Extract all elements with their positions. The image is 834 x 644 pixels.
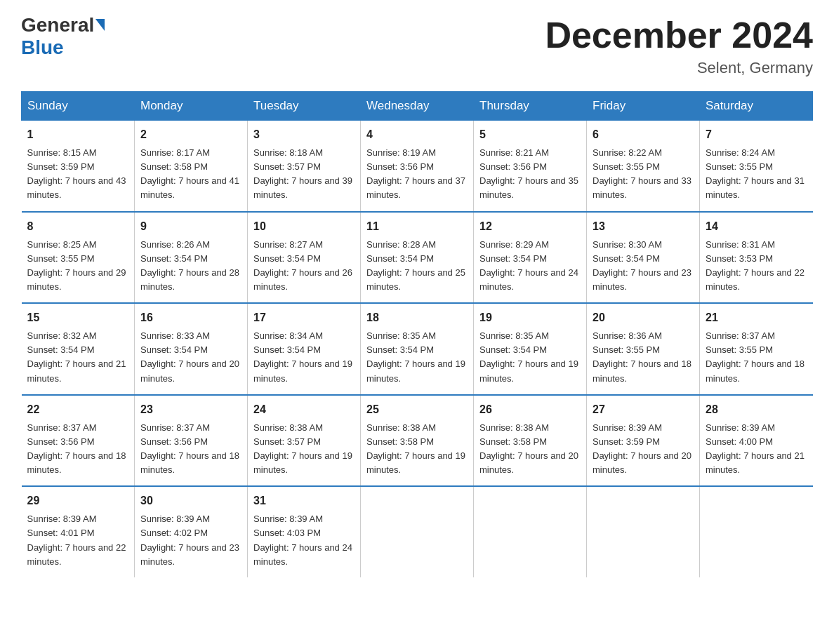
- calendar-cell: 30Sunrise: 8:39 AMSunset: 4:02 PMDayligh…: [135, 486, 248, 577]
- calendar-cell: 7Sunrise: 8:24 AMSunset: 3:55 PMDaylight…: [700, 121, 813, 212]
- day-info: Sunrise: 8:37 AMSunset: 3:56 PMDaylight:…: [27, 422, 126, 475]
- calendar-cell: 15Sunrise: 8:32 AMSunset: 3:54 PMDayligh…: [22, 303, 135, 395]
- calendar-cell: 14Sunrise: 8:31 AMSunset: 3:53 PMDayligh…: [700, 212, 813, 304]
- day-number: 9: [140, 218, 241, 235]
- weekday-header-thursday: Thursday: [474, 92, 587, 121]
- day-info: Sunrise: 8:38 AMSunset: 3:58 PMDaylight:…: [479, 422, 578, 475]
- weekday-header-sunday: Sunday: [22, 92, 135, 121]
- calendar-week-row: 22Sunrise: 8:37 AMSunset: 3:56 PMDayligh…: [22, 395, 813, 487]
- day-info: Sunrise: 8:22 AMSunset: 3:55 PMDaylight:…: [593, 147, 691, 200]
- day-info: Sunrise: 8:38 AMSunset: 3:57 PMDaylight:…: [253, 422, 352, 475]
- calendar-cell: 31Sunrise: 8:39 AMSunset: 4:03 PMDayligh…: [248, 486, 361, 577]
- weekday-header-tuesday: Tuesday: [248, 92, 361, 121]
- calendar-cell: 4Sunrise: 8:19 AMSunset: 3:56 PMDaylight…: [361, 121, 474, 212]
- day-info: Sunrise: 8:32 AMSunset: 3:54 PMDaylight:…: [27, 330, 126, 383]
- weekday-header-saturday: Saturday: [700, 92, 813, 121]
- calendar-cell: 22Sunrise: 8:37 AMSunset: 3:56 PMDayligh…: [22, 395, 135, 487]
- logo: General Blue: [21, 14, 105, 59]
- day-info: Sunrise: 8:27 AMSunset: 3:54 PMDaylight:…: [253, 239, 352, 292]
- day-number: 24: [253, 401, 355, 418]
- calendar-week-row: 1Sunrise: 8:15 AMSunset: 3:59 PMDaylight…: [22, 121, 813, 212]
- day-number: 17: [253, 309, 355, 326]
- calendar-cell: 9Sunrise: 8:26 AMSunset: 3:54 PMDaylight…: [135, 212, 248, 304]
- calendar-cell: 18Sunrise: 8:35 AMSunset: 3:54 PMDayligh…: [361, 303, 474, 395]
- day-info: Sunrise: 8:31 AMSunset: 3:53 PMDaylight:…: [706, 239, 805, 292]
- calendar-cell: 19Sunrise: 8:35 AMSunset: 3:54 PMDayligh…: [474, 303, 587, 395]
- day-number: 4: [366, 126, 468, 143]
- day-info: Sunrise: 8:24 AMSunset: 3:55 PMDaylight:…: [706, 147, 805, 200]
- day-number: 12: [479, 218, 581, 235]
- day-number: 7: [706, 126, 807, 143]
- day-info: Sunrise: 8:39 AMSunset: 4:02 PMDaylight:…: [140, 514, 239, 566]
- day-info: Sunrise: 8:38 AMSunset: 3:58 PMDaylight:…: [366, 422, 465, 475]
- title-section: December 2024 Selent, Germany: [545, 14, 813, 77]
- day-number: 22: [27, 401, 129, 418]
- logo-general-text: General: [21, 14, 94, 36]
- day-number: 10: [253, 218, 355, 235]
- calendar-cell: [700, 486, 813, 577]
- logo-arrow-icon: [95, 19, 105, 31]
- calendar-cell: [587, 486, 700, 577]
- weekday-header-row: SundayMondayTuesdayWednesdayThursdayFrid…: [22, 92, 813, 121]
- day-info: Sunrise: 8:34 AMSunset: 3:54 PMDaylight:…: [253, 330, 352, 383]
- day-info: Sunrise: 8:39 AMSunset: 4:01 PMDaylight:…: [27, 514, 126, 566]
- calendar-week-row: 29Sunrise: 8:39 AMSunset: 4:01 PMDayligh…: [22, 486, 813, 577]
- day-info: Sunrise: 8:39 AMSunset: 4:03 PMDaylight:…: [253, 514, 352, 566]
- calendar-cell: 2Sunrise: 8:17 AMSunset: 3:58 PMDaylight…: [135, 121, 248, 212]
- day-info: Sunrise: 8:30 AMSunset: 3:54 PMDaylight:…: [593, 239, 691, 292]
- weekday-header-monday: Monday: [135, 92, 248, 121]
- calendar-cell: 5Sunrise: 8:21 AMSunset: 3:56 PMDaylight…: [474, 121, 587, 212]
- calendar-cell: 16Sunrise: 8:33 AMSunset: 3:54 PMDayligh…: [135, 303, 248, 395]
- calendar-cell: 17Sunrise: 8:34 AMSunset: 3:54 PMDayligh…: [248, 303, 361, 395]
- day-info: Sunrise: 8:25 AMSunset: 3:55 PMDaylight:…: [27, 239, 126, 292]
- day-number: 20: [593, 309, 694, 326]
- day-number: 31: [253, 492, 355, 509]
- calendar-cell: 1Sunrise: 8:15 AMSunset: 3:59 PMDaylight…: [22, 121, 135, 212]
- day-number: 15: [27, 309, 129, 326]
- day-number: 2: [140, 126, 241, 143]
- calendar-cell: 21Sunrise: 8:37 AMSunset: 3:55 PMDayligh…: [700, 303, 813, 395]
- day-info: Sunrise: 8:19 AMSunset: 3:56 PMDaylight:…: [366, 147, 465, 200]
- calendar-cell: 27Sunrise: 8:39 AMSunset: 3:59 PMDayligh…: [587, 395, 700, 487]
- calendar-cell: 23Sunrise: 8:37 AMSunset: 3:56 PMDayligh…: [135, 395, 248, 487]
- day-info: Sunrise: 8:39 AMSunset: 3:59 PMDaylight:…: [593, 422, 691, 475]
- day-info: Sunrise: 8:29 AMSunset: 3:54 PMDaylight:…: [479, 239, 578, 292]
- day-number: 28: [706, 401, 807, 418]
- day-number: 18: [366, 309, 468, 326]
- calendar-cell: 29Sunrise: 8:39 AMSunset: 4:01 PMDayligh…: [22, 486, 135, 577]
- calendar-cell: 28Sunrise: 8:39 AMSunset: 4:00 PMDayligh…: [700, 395, 813, 487]
- day-info: Sunrise: 8:35 AMSunset: 3:54 PMDaylight:…: [366, 330, 465, 383]
- weekday-header-friday: Friday: [587, 92, 700, 121]
- page-header: General Blue December 2024 Selent, Germa…: [21, 14, 813, 77]
- day-info: Sunrise: 8:17 AMSunset: 3:58 PMDaylight:…: [140, 147, 239, 200]
- calendar-cell: 24Sunrise: 8:38 AMSunset: 3:57 PMDayligh…: [248, 395, 361, 487]
- day-number: 30: [140, 492, 241, 509]
- day-number: 25: [366, 401, 468, 418]
- day-number: 16: [140, 309, 241, 326]
- logo-blue-text: Blue: [21, 36, 64, 58]
- day-info: Sunrise: 8:26 AMSunset: 3:54 PMDaylight:…: [140, 239, 239, 292]
- calendar-cell: 12Sunrise: 8:29 AMSunset: 3:54 PMDayligh…: [474, 212, 587, 304]
- calendar-week-row: 8Sunrise: 8:25 AMSunset: 3:55 PMDaylight…: [22, 212, 813, 304]
- calendar-cell: 10Sunrise: 8:27 AMSunset: 3:54 PMDayligh…: [248, 212, 361, 304]
- calendar-cell: 6Sunrise: 8:22 AMSunset: 3:55 PMDaylight…: [587, 121, 700, 212]
- day-info: Sunrise: 8:35 AMSunset: 3:54 PMDaylight:…: [479, 330, 578, 383]
- day-info: Sunrise: 8:15 AMSunset: 3:59 PMDaylight:…: [27, 147, 126, 200]
- weekday-header-wednesday: Wednesday: [361, 92, 474, 121]
- calendar-cell: [361, 486, 474, 577]
- day-number: 13: [593, 218, 694, 235]
- day-number: 19: [479, 309, 581, 326]
- day-info: Sunrise: 8:37 AMSunset: 3:56 PMDaylight:…: [140, 422, 239, 475]
- day-info: Sunrise: 8:21 AMSunset: 3:56 PMDaylight:…: [479, 147, 578, 200]
- calendar-cell: 11Sunrise: 8:28 AMSunset: 3:54 PMDayligh…: [361, 212, 474, 304]
- day-number: 26: [479, 401, 581, 418]
- day-info: Sunrise: 8:28 AMSunset: 3:54 PMDaylight:…: [366, 239, 465, 292]
- calendar-cell: 3Sunrise: 8:18 AMSunset: 3:57 PMDaylight…: [248, 121, 361, 212]
- day-number: 11: [366, 218, 468, 235]
- day-info: Sunrise: 8:37 AMSunset: 3:55 PMDaylight:…: [706, 330, 805, 383]
- day-info: Sunrise: 8:18 AMSunset: 3:57 PMDaylight:…: [253, 147, 352, 200]
- calendar-cell: 26Sunrise: 8:38 AMSunset: 3:58 PMDayligh…: [474, 395, 587, 487]
- calendar-cell: 13Sunrise: 8:30 AMSunset: 3:54 PMDayligh…: [587, 212, 700, 304]
- calendar-cell: 25Sunrise: 8:38 AMSunset: 3:58 PMDayligh…: [361, 395, 474, 487]
- calendar-cell: 8Sunrise: 8:25 AMSunset: 3:55 PMDaylight…: [22, 212, 135, 304]
